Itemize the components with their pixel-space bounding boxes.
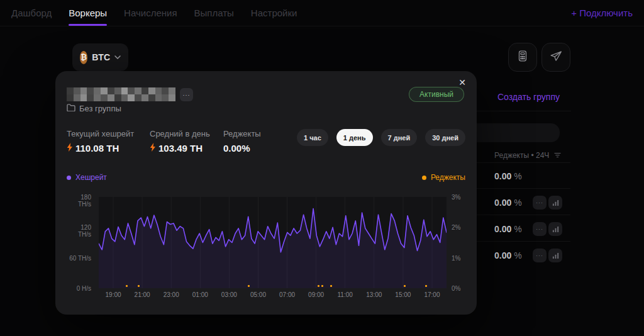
divider <box>475 215 570 215</box>
status-badge: Активный <box>409 87 464 102</box>
mosaic-block <box>142 87 148 94</box>
worker-group: Без группы <box>67 104 121 113</box>
rejects-value: 0.00 % <box>494 198 522 208</box>
legend-dot-icon <box>67 176 71 180</box>
x-axis-label: 17:00 <box>424 291 440 298</box>
legend-label: Реджекты <box>431 173 465 182</box>
y-axis-left-label: 60 TH/s <box>67 255 91 262</box>
legend-hashrate[interactable]: Хешрейт <box>67 173 107 182</box>
mosaic-block <box>114 87 121 94</box>
rejects-value: 0.00 % <box>494 171 522 181</box>
chevron-down-icon <box>114 55 121 59</box>
mosaic-block <box>80 94 87 101</box>
divider <box>475 162 570 163</box>
reject-event-dot <box>318 285 319 287</box>
folder-icon <box>67 104 75 113</box>
legend-rejects[interactable]: Реджекты <box>422 173 465 182</box>
stat-value: 103.49 TH <box>150 143 210 154</box>
divider <box>475 241 570 242</box>
chart-plot-area <box>99 197 447 288</box>
mosaic-block <box>169 94 175 101</box>
nav-item-payouts[interactable]: Выплаты <box>194 0 234 26</box>
rejects-column-header: Реджекты • 24Ч <box>494 151 561 160</box>
row-more-button[interactable]: ··· <box>533 222 547 236</box>
nav-item-dashboard[interactable]: Дашборд <box>11 0 52 26</box>
hashrate-chart: 180 TH/s120 TH/s60 TH/s0 H/s3%2%1%0%19:0… <box>67 192 465 305</box>
page: Дашборд Воркеры Начисления Выплаты Настр… <box>0 0 644 336</box>
reject-event-dot <box>321 285 323 287</box>
telegram-button[interactable] <box>541 43 570 72</box>
coin-label: BTC <box>92 52 110 62</box>
calculator-button[interactable] <box>508 43 537 72</box>
y-axis-right-label: 3% <box>452 194 460 201</box>
hashrate-line <box>99 197 447 288</box>
stat-average-hashrate: Средний в день 103.49 TH <box>150 129 210 154</box>
x-axis-label: 11:00 <box>338 291 353 298</box>
stat-label: Реджекты <box>223 129 261 138</box>
reject-event-dot <box>126 285 128 287</box>
x-axis-label: 23:00 <box>164 291 179 298</box>
blurred-worker-name <box>67 87 175 101</box>
mosaic-block <box>135 87 142 94</box>
stat-rejects: Реджекты 0.00% <box>223 129 261 154</box>
mosaic-block <box>128 94 135 101</box>
mosaic-block <box>148 87 155 94</box>
lightning-icon <box>150 143 156 154</box>
rejects-value: 0.00 % <box>494 224 522 234</box>
range-7d[interactable]: 7 дней <box>381 129 418 146</box>
range-1h[interactable]: 1 час <box>297 129 328 146</box>
create-group-link[interactable]: Создать группу <box>497 92 560 102</box>
mosaic-block <box>67 87 74 94</box>
chart-legend: Хешрейт Реджекты <box>67 173 465 182</box>
mosaic-block <box>121 94 128 101</box>
time-range-selector: 1 час 1 день 7 дней 30 дней <box>297 129 465 146</box>
stat-current-hashrate: Текущий хешрейт 110.08 TH <box>67 129 134 154</box>
stat-value: 0.00% <box>223 143 261 154</box>
connect-link[interactable]: + Подключить <box>571 8 633 18</box>
x-axis-label: 21:00 <box>135 291 150 298</box>
row-chart-button[interactable] <box>548 222 562 236</box>
mosaic-block <box>87 94 94 101</box>
mosaic-block <box>162 94 169 101</box>
mosaic-block <box>74 87 80 94</box>
nav-item-settings[interactable]: Настройки <box>251 0 297 26</box>
mosaic-block <box>101 94 108 101</box>
x-axis-label: 07:00 <box>279 291 295 298</box>
mosaic-block <box>80 87 87 94</box>
worker-more-button[interactable]: ··· <box>180 88 193 101</box>
calculator-icon <box>516 49 530 65</box>
mosaic-block <box>94 94 101 101</box>
row-chart-button[interactable] <box>548 249 562 262</box>
legend-dot-icon <box>422 176 426 180</box>
range-30d[interactable]: 30 дней <box>425 129 465 146</box>
sort-filter-icon[interactable] <box>554 151 561 160</box>
coin-select[interactable]: ₿ BTC <box>72 43 128 71</box>
row-more-button[interactable]: ··· <box>533 196 547 210</box>
range-1d[interactable]: 1 день <box>336 129 373 146</box>
y-axis-left-label: 0 H/s <box>67 285 91 292</box>
row-chart-button[interactable] <box>548 196 562 210</box>
y-axis-right-label: 1% <box>452 255 460 262</box>
x-axis-label: 13:00 <box>366 291 382 298</box>
mosaic-block <box>155 87 162 94</box>
bitcoin-icon: ₿ <box>80 51 87 64</box>
nav-tabs: Дашборд Воркеры Начисления Выплаты Настр… <box>11 0 297 26</box>
mosaic-block <box>108 87 114 94</box>
y-axis-right-label: 0% <box>452 285 460 292</box>
y-axis-left-label: 180 TH/s <box>67 194 91 208</box>
mosaic-block <box>128 87 135 94</box>
x-axis-label: 09:00 <box>308 291 324 298</box>
mosaic-block <box>169 87 175 94</box>
mosaic-block <box>67 94 74 101</box>
y-axis-left-label: 120 TH/s <box>67 224 91 238</box>
mosaic-block <box>135 94 142 101</box>
nav-item-workers[interactable]: Воркеры <box>69 0 107 26</box>
row-more-button[interactable]: ··· <box>533 249 547 262</box>
reject-event-dot <box>138 285 140 287</box>
mosaic-block <box>74 94 80 101</box>
mosaic-block <box>94 87 101 94</box>
x-axis-label: 05:00 <box>250 291 266 298</box>
stat-label: Средний в день <box>150 129 210 138</box>
nav-item-earnings[interactable]: Начисления <box>124 0 177 26</box>
lightning-icon <box>67 143 73 154</box>
